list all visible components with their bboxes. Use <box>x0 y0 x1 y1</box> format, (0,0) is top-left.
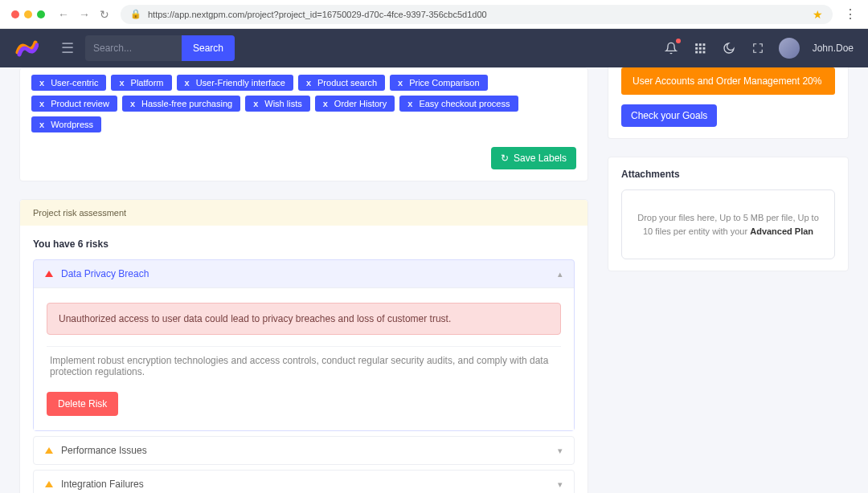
goals-card: User Accounts and Order Management 20% C… <box>608 67 849 139</box>
chevron-down-icon: ▾ <box>558 479 563 490</box>
chip-label: Platform <box>131 78 164 88</box>
label-chip[interactable]: xWish lists <box>245 96 310 112</box>
svg-rect-3 <box>695 47 698 50</box>
chevron-up-icon: ▴ <box>558 269 563 279</box>
url-bar[interactable]: 🔒 https://app.nextgpm.com/project?projec… <box>121 5 833 24</box>
search-input[interactable] <box>85 43 182 54</box>
save-labels-button[interactable]: ↻ Save Labels <box>491 147 576 169</box>
chip-remove-icon[interactable]: x <box>185 78 190 88</box>
label-chip[interactable]: xHassle-free purchasing <box>122 96 240 112</box>
check-goals-button[interactable]: Check your Goals <box>621 104 717 127</box>
risk-item: Performance Issues▾ <box>33 436 575 465</box>
chip-remove-icon[interactable]: x <box>398 78 403 88</box>
fullscreen-icon[interactable] <box>750 40 766 56</box>
minimize-window-icon[interactable] <box>24 10 32 18</box>
risk-item-title: Performance Issues <box>61 445 147 456</box>
label-chip[interactable]: xProduct review <box>31 96 117 112</box>
warning-triangle-icon <box>45 481 53 487</box>
chip-label: Product search <box>317 78 377 88</box>
svg-rect-6 <box>695 51 698 54</box>
chip-label: Wordpress <box>51 120 93 129</box>
chip-remove-icon[interactable]: x <box>39 78 44 88</box>
chevron-down-icon: ▾ <box>558 446 563 456</box>
label-chip[interactable]: xUser-Friendly interface <box>177 75 293 91</box>
risk-closed-list: Performance Issues▾Integration Failures▾… <box>33 436 575 493</box>
risk-assessment-card: Project risk assessment You have 6 risks… <box>19 199 588 493</box>
label-chip[interactable]: xOrder History <box>315 96 395 112</box>
chip-remove-icon[interactable]: x <box>253 99 258 108</box>
goal-progress-bar: User Accounts and Order Management 20% <box>621 67 835 95</box>
risk-item-open: Data Privacy Breach ▴ Unauthorized acces… <box>33 259 575 431</box>
labels-chip-list: xUser-centricxPlatformxUser-Friendly int… <box>20 68 588 144</box>
theme-toggle-icon[interactable] <box>721 40 737 56</box>
chip-remove-icon[interactable]: x <box>306 78 311 88</box>
browser-menu-icon[interactable]: ⋮ <box>844 6 857 22</box>
hamburger-icon[interactable]: ☰ <box>61 39 74 57</box>
chip-remove-icon[interactable]: x <box>39 99 44 108</box>
risk-item: Integration Failures▾ <box>33 470 575 493</box>
chip-remove-icon[interactable]: x <box>323 99 328 108</box>
risk-count-text: You have 6 risks <box>33 238 575 250</box>
risk-item-header[interactable]: Integration Failures▾ <box>34 471 574 493</box>
warning-triangle-icon <box>45 271 53 277</box>
window-controls <box>11 10 45 18</box>
lock-icon: 🔒 <box>130 9 141 19</box>
user-name[interactable]: John.Doe <box>813 43 854 54</box>
close-window-icon[interactable] <box>11 10 19 18</box>
risk-mitigation: Implement robust encryption technologies… <box>47 346 561 392</box>
chip-label: Easy checkout process <box>419 99 510 108</box>
apps-grid-icon[interactable] <box>692 40 708 56</box>
topbar-actions: John.Doe <box>663 38 854 59</box>
chip-label: User-Friendly interface <box>196 78 285 88</box>
risk-banner: Project risk assessment <box>20 200 588 226</box>
svg-rect-7 <box>698 51 701 54</box>
app-topbar: ☰ Search John.Doe <box>0 29 868 67</box>
bookmark-star-icon[interactable]: ★ <box>813 8 823 21</box>
chip-remove-icon[interactable]: x <box>407 99 412 108</box>
svg-rect-5 <box>702 47 705 50</box>
notifications-icon[interactable] <box>663 40 679 56</box>
notification-badge <box>676 39 681 43</box>
reload-icon[interactable]: ↻ <box>100 8 109 21</box>
labels-card: xUser-centricxPlatformxUser-Friendly int… <box>19 67 588 181</box>
save-labels-label: Save Labels <box>514 153 567 164</box>
chip-label: Product review <box>51 99 109 108</box>
chip-remove-icon[interactable]: x <box>39 120 44 129</box>
chip-label: User-centric <box>51 78 98 88</box>
app-logo[interactable] <box>14 36 39 60</box>
risk-item-header[interactable]: Data Privacy Breach ▴ <box>34 260 574 287</box>
maximize-window-icon[interactable] <box>37 10 45 18</box>
attachments-card: Attachments Drop your files here, Up to … <box>608 157 849 271</box>
forward-icon[interactable]: → <box>79 8 90 21</box>
attachments-title: Attachments <box>621 169 835 180</box>
delete-risk-button[interactable]: Delete Risk <box>47 392 118 416</box>
label-chip[interactable]: xProduct search <box>298 75 385 91</box>
avatar[interactable] <box>779 38 800 59</box>
label-chip[interactable]: xUser-centric <box>31 75 106 91</box>
chip-remove-icon[interactable]: x <box>130 99 135 108</box>
chip-label: Order History <box>334 99 387 108</box>
search-button[interactable]: Search <box>182 35 235 61</box>
risk-item-title: Data Privacy Breach <box>61 268 149 279</box>
dropzone-plan: Advanced Plan <box>750 226 813 236</box>
label-chip[interactable]: xPlatform <box>111 75 171 91</box>
svg-rect-1 <box>698 43 701 46</box>
label-chip[interactable]: xPrice Comparison <box>390 75 488 91</box>
chip-remove-icon[interactable]: x <box>119 78 124 88</box>
back-icon[interactable]: ← <box>58 8 69 21</box>
url-text: https://app.nextgpm.com/project?project_… <box>148 10 487 19</box>
chip-label: Wish lists <box>264 99 301 108</box>
chip-label: Price Comparison <box>409 78 479 88</box>
risk-item-body: Unauthorized access to user data could l… <box>34 287 574 430</box>
warning-triangle-icon <box>45 447 53 454</box>
browser-chrome: ← → ↻ 🔒 https://app.nextgpm.com/project?… <box>0 0 868 29</box>
browser-nav: ← → ↻ <box>58 8 109 21</box>
svg-rect-4 <box>698 47 701 50</box>
label-chip[interactable]: xWordpress <box>31 116 101 132</box>
risk-item-header[interactable]: Performance Issues▾ <box>34 437 574 464</box>
label-chip[interactable]: xEasy checkout process <box>399 96 518 112</box>
save-icon: ↻ <box>501 153 509 164</box>
svg-rect-0 <box>695 43 698 46</box>
risk-alert: Unauthorized access to user data could l… <box>47 303 561 335</box>
attachments-dropzone[interactable]: Drop your files here, Up to 5 MB per fil… <box>621 189 835 259</box>
